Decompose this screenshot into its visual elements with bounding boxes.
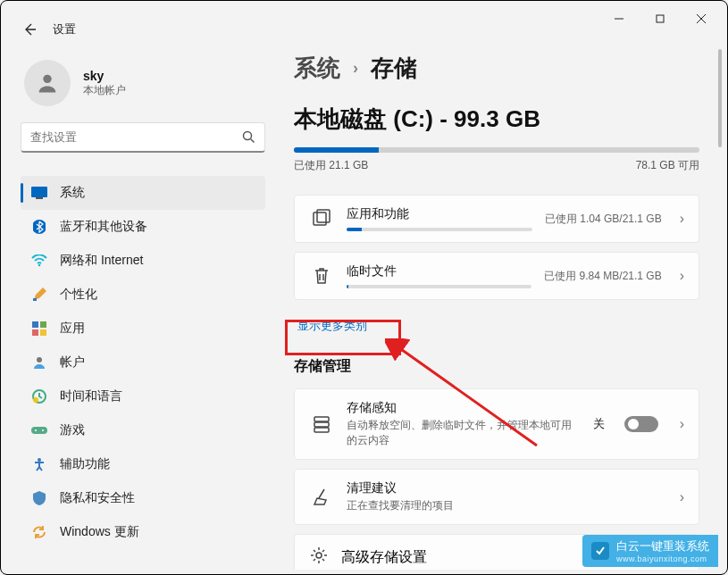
category-title: 临时文件 <box>347 263 531 279</box>
disk-free-label: 78.1 GB 可用 <box>636 158 699 173</box>
nav-item-system[interactable]: 系统 <box>21 176 265 210</box>
svg-line-7 <box>251 139 255 143</box>
chevron-right-icon: › <box>353 59 358 78</box>
nav-label: 隐私和安全性 <box>60 490 135 506</box>
category-usage: 已使用 1.04 GB/21.1 GB <box>545 212 662 227</box>
search-box[interactable] <box>21 122 265 153</box>
user-type: 本地帐户 <box>83 83 126 98</box>
category-apps[interactable]: 应用和功能 已使用 1.04 GB/21.1 GB › <box>294 195 699 243</box>
trash-icon <box>309 263 334 288</box>
nav-item-privacy[interactable]: 隐私和安全性 <box>21 481 265 515</box>
svg-point-29 <box>316 553 322 558</box>
category-usage: 已使用 9.84 MB/21.1 GB <box>544 269 661 284</box>
nav-label: 应用 <box>60 321 85 337</box>
minimize-button[interactable] <box>598 4 640 33</box>
watermark-icon <box>591 542 609 560</box>
clock-icon <box>31 388 47 404</box>
nav-item-accessibility[interactable]: 辅助功能 <box>21 447 265 481</box>
storage-sense-card[interactable]: 存储感知 自动释放空间、删除临时文件，并管理本地可用的云内容 关 › <box>294 388 699 460</box>
svg-rect-24 <box>314 212 326 225</box>
svg-point-5 <box>43 75 51 83</box>
nav-item-update[interactable]: Windows 更新 <box>21 515 265 549</box>
search-input[interactable] <box>30 130 242 144</box>
nav-item-personalization[interactable]: 个性化 <box>21 278 265 312</box>
svg-rect-15 <box>32 329 38 336</box>
wifi-icon <box>31 253 47 269</box>
svg-rect-27 <box>314 422 329 427</box>
category-title: 应用和功能 <box>347 206 532 222</box>
svg-rect-8 <box>31 187 47 197</box>
storage-sense-toggle[interactable] <box>624 416 658 432</box>
nav-item-bluetooth[interactable]: 蓝牙和其他设备 <box>21 210 265 244</box>
nav-item-apps[interactable]: 应用 <box>21 312 265 346</box>
chevron-right-icon: › <box>680 268 684 284</box>
close-button[interactable] <box>681 4 722 33</box>
maximize-button[interactable] <box>640 4 681 33</box>
nav-item-gaming[interactable]: 游戏 <box>21 413 265 447</box>
svg-rect-16 <box>40 329 46 336</box>
app-title: 设置 <box>53 21 76 38</box>
shield-icon <box>31 490 47 506</box>
chevron-right-icon: › <box>680 489 684 505</box>
svg-point-21 <box>35 429 37 431</box>
accessibility-icon <box>31 456 47 472</box>
cleanup-card[interactable]: 清理建议 正在查找要清理的项目 › <box>294 469 699 525</box>
category-bar <box>347 228 532 231</box>
scrollbar-thumb[interactable] <box>718 49 722 147</box>
breadcrumb-current: 存储 <box>371 53 417 84</box>
nav: 系统 蓝牙和其他设备 网络和 Internet 个性化 应用 帐户 时间和语言 … <box>21 176 265 549</box>
category-bar <box>347 285 531 288</box>
breadcrumb-parent[interactable]: 系统 <box>294 53 340 84</box>
chevron-right-icon: › <box>680 416 684 432</box>
svg-rect-9 <box>36 197 43 199</box>
svg-rect-25 <box>317 210 330 222</box>
card-title: 高级存储设置 <box>341 548 427 567</box>
watermark-text: 白云一键重装系统 <box>616 539 709 553</box>
svg-rect-13 <box>32 321 38 328</box>
brush-icon <box>31 287 47 303</box>
gamepad-icon <box>31 422 47 438</box>
gear-icon <box>309 546 329 569</box>
nav-label: 时间和语言 <box>60 388 122 404</box>
svg-rect-14 <box>40 321 46 328</box>
card-title: 存储感知 <box>347 400 581 416</box>
back-button[interactable] <box>21 21 38 38</box>
disk-used-label: 已使用 21.1 GB <box>294 158 368 173</box>
nav-label: 蓝牙和其他设备 <box>60 219 147 235</box>
nav-label: 系统 <box>60 185 85 201</box>
nav-label: 帐户 <box>60 354 85 371</box>
svg-rect-1 <box>657 15 664 22</box>
apps-category-icon <box>309 206 334 231</box>
storage-sense-icon <box>309 412 334 437</box>
disk-title: 本地磁盘 (C:) - 99.3 GB <box>294 104 709 135</box>
category-temp[interactable]: 临时文件 已使用 9.84 MB/21.1 GB › <box>294 252 699 300</box>
nav-label: 网络和 Internet <box>60 253 143 269</box>
user-block[interactable]: sky 本地帐户 <box>21 54 265 122</box>
disk-usage-bar <box>294 147 699 153</box>
svg-point-17 <box>37 357 42 362</box>
nav-item-accounts[interactable]: 帐户 <box>21 346 265 379</box>
card-description: 自动释放空间、删除临时文件，并管理本地可用的云内容 <box>347 418 581 448</box>
nav-label: Windows 更新 <box>60 524 139 540</box>
avatar <box>24 60 71 106</box>
show-more-categories-link[interactable]: 显示更多类别 <box>294 312 371 339</box>
nav-label: 个性化 <box>60 287 97 303</box>
card-title: 清理建议 <box>347 480 667 496</box>
storage-management-heading: 存储管理 <box>294 357 709 376</box>
system-icon <box>31 185 47 201</box>
svg-point-23 <box>38 458 41 462</box>
toggle-state-label: 关 <box>593 416 605 432</box>
svg-rect-26 <box>314 417 329 421</box>
chevron-right-icon: › <box>680 211 684 227</box>
svg-rect-28 <box>314 428 329 432</box>
person-icon <box>31 354 47 371</box>
svg-point-22 <box>42 429 44 431</box>
broom-icon <box>309 485 334 510</box>
nav-item-network[interactable]: 网络和 Internet <box>21 244 265 278</box>
svg-rect-20 <box>31 427 47 434</box>
nav-item-time[interactable]: 时间和语言 <box>21 379 265 413</box>
titlebar <box>1 1 727 37</box>
svg-rect-12 <box>33 298 37 301</box>
breadcrumb: 系统 › 存储 <box>294 53 709 84</box>
svg-point-19 <box>33 397 38 403</box>
